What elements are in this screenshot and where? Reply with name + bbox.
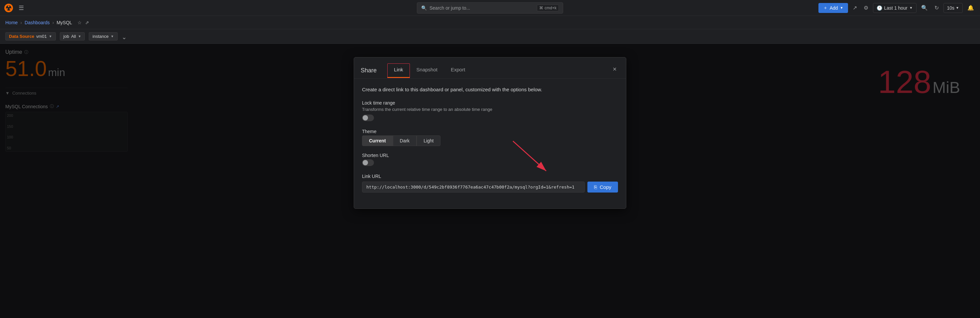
breadcrumb-sep-1: ›: [20, 20, 22, 25]
tab-snapshot[interactable]: Snapshot: [410, 63, 444, 78]
copy-label: Copy: [600, 184, 611, 190]
filter-expand-icon[interactable]: ⌄: [122, 33, 127, 41]
link-url-row: ⎘ Copy: [362, 182, 618, 193]
nav-right-actions: ＋ Add ▼ ↗ ⚙ 🕐 Last 1 hour ▼ 🔍 ↻ 10s ▼ 🔔: [818, 3, 976, 13]
shorten-url-label: Shorten URL: [362, 153, 618, 158]
job-label: job: [64, 34, 69, 39]
theme-field: Theme Current Dark Light: [362, 129, 618, 146]
svg-point-2: [8, 5, 10, 7]
time-range-caret: ▼: [910, 6, 913, 9]
breadcrumb-icons: ☆ ⇗: [78, 20, 89, 25]
instance-caret: ▼: [111, 35, 114, 38]
link-url-input[interactable]: [362, 182, 585, 193]
link-url-field: Link URL ⎘ Copy: [362, 174, 618, 193]
tab-link[interactable]: Link: [387, 63, 410, 78]
tab-snapshot-label: Snapshot: [417, 67, 438, 72]
tab-export-label: Export: [451, 67, 465, 72]
svg-point-4: [6, 8, 8, 9]
modal-close-button[interactable]: ×: [610, 63, 619, 76]
copy-icon: ⎘: [594, 184, 597, 190]
modal-body: Create a direct link to this dashboard o…: [354, 79, 626, 209]
refresh-interval-caret: ▼: [956, 6, 959, 9]
breadcrumb-bar: Home › Dashboards › MySQL ☆ ⇗: [0, 16, 980, 29]
cmd-icon: ⌘: [539, 6, 543, 10]
instance-filter[interactable]: instance ▼: [89, 32, 117, 41]
modal-description: Create a direct link to this dashboard o…: [362, 87, 618, 92]
theme-current-button[interactable]: Current: [362, 135, 393, 146]
breadcrumb-sep-2: ›: [52, 20, 54, 25]
modal-tabs: Link Snapshot Export: [387, 63, 472, 78]
breadcrumb-current: MySQL: [57, 20, 72, 25]
main-content: Uptime ⓘ 51.0 min ▼ Connections MySQL Co…: [0, 44, 980, 318]
modal-title: Share: [361, 67, 377, 74]
add-dropdown-icon: ▼: [840, 6, 843, 9]
star-icon[interactable]: ☆: [78, 20, 82, 25]
filter-bar: Data Source vm01 ▼ job All ▼ instance ▼ …: [0, 29, 980, 44]
time-range-picker[interactable]: 🕐 Last 1 hour ▼: [873, 3, 916, 13]
copy-button[interactable]: ⎘ Copy: [587, 182, 618, 193]
job-filter[interactable]: job All ▼: [60, 32, 85, 41]
theme-light-button[interactable]: Light: [417, 135, 441, 146]
refresh-interval-label: 10s: [947, 5, 955, 11]
lock-time-range-sublabel: Transforms the current relative time ran…: [362, 107, 618, 112]
theme-dark-button[interactable]: Dark: [393, 135, 417, 146]
breadcrumb-dashboards[interactable]: Dashboards: [25, 20, 50, 25]
top-nav-bar: ☰ 🔍 Search or jump to... ⌘ cmd+k ＋ Add ▼…: [0, 0, 980, 16]
tab-export[interactable]: Export: [444, 63, 472, 78]
grafana-logo: [4, 3, 13, 13]
shorten-url-field: Shorten URL: [362, 153, 618, 167]
svg-point-3: [10, 8, 11, 9]
theme-label: Theme: [362, 129, 618, 134]
share-modal: Share Link Snapshot Export × Create a di…: [354, 57, 626, 209]
add-button[interactable]: ＋ Add ▼: [818, 3, 848, 13]
refresh-interval-selector[interactable]: 10s ▼: [943, 3, 963, 13]
shorten-url-toggle[interactable]: [362, 159, 374, 166]
add-label: Add: [830, 5, 838, 11]
instance-label: instance: [92, 34, 108, 39]
modal-overlay[interactable]: Share Link Snapshot Export × Create a di…: [0, 44, 980, 318]
lock-time-range-toggle[interactable]: [362, 114, 374, 121]
share-icon[interactable]: ⇗: [85, 20, 89, 25]
time-range-label: Last 1 hour: [884, 5, 908, 11]
refresh-button[interactable]: ↻: [932, 3, 941, 13]
data-source-value: vm01: [36, 34, 47, 39]
breadcrumb-home[interactable]: Home: [5, 20, 18, 25]
time-icon: 🕐: [877, 5, 882, 11]
data-source-caret: ▼: [49, 35, 52, 38]
global-search: 🔍 Search or jump to... ⌘ cmd+k: [417, 2, 563, 14]
job-caret: ▼: [78, 35, 81, 38]
lock-time-range-field: Lock time range Transforms the current r…: [362, 100, 618, 122]
share-dashboard-button[interactable]: ↗: [851, 3, 859, 13]
search-shortcut: ⌘ cmd+k: [537, 5, 559, 11]
search-placeholder-text: Search or jump to...: [430, 5, 470, 11]
hamburger-menu[interactable]: ☰: [19, 4, 24, 12]
theme-group: Current Dark Light: [362, 135, 618, 146]
data-source-filter[interactable]: Data Source vm01 ▼: [5, 32, 56, 41]
data-source-label: Data Source: [9, 34, 34, 39]
search-input-wrapper[interactable]: 🔍 Search or jump to... ⌘ cmd+k: [417, 2, 563, 14]
zoom-out-button[interactable]: 🔍: [919, 3, 930, 13]
link-url-label: Link URL: [362, 174, 618, 179]
notifications-button[interactable]: 🔔: [966, 3, 976, 13]
job-value: All: [71, 34, 76, 39]
search-icon: 🔍: [421, 5, 427, 11]
lock-time-range-label: Lock time range: [362, 100, 618, 106]
tab-link-label: Link: [394, 67, 403, 72]
add-icon: ＋: [823, 5, 828, 11]
shortcut-key: cmd+k: [544, 6, 557, 10]
modal-header: Share Link Snapshot Export ×: [354, 57, 626, 79]
settings-button[interactable]: ⚙: [862, 3, 870, 13]
